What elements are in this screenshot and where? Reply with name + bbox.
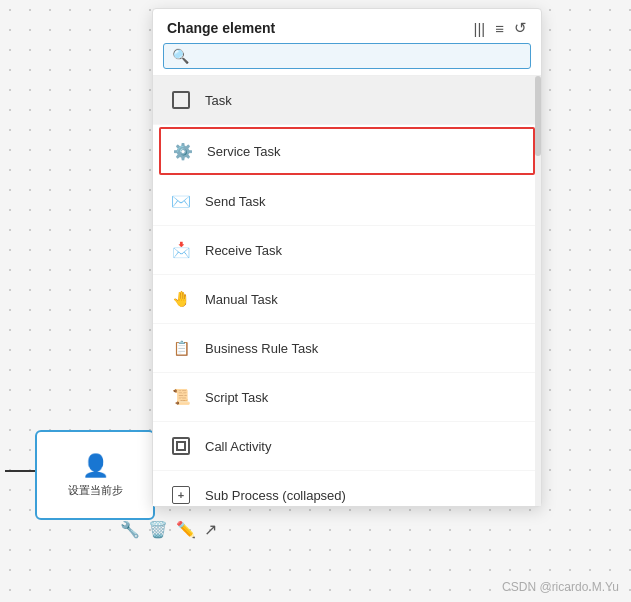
bpmn-task-node[interactable]: 👤 设置当前步 <box>35 430 155 520</box>
change-element-panel: Change element ||| ≡ ↺ 🔍 Task ⚙️ Service… <box>152 8 542 507</box>
wrench-icon[interactable]: 🔧 <box>120 520 140 539</box>
manual-task-label: Manual Task <box>205 292 278 307</box>
menu-item-call-activity[interactable]: Call Activity <box>153 422 541 471</box>
menu-item-manual-task[interactable]: 🤚 Manual Task <box>153 275 541 324</box>
manual-task-icon: 🤚 <box>167 285 195 313</box>
search-input[interactable] <box>195 49 522 64</box>
call-activity-icon <box>167 432 195 460</box>
menu-icon[interactable]: ≡ <box>495 20 504 37</box>
edit-icon[interactable]: ✏️ <box>176 520 196 539</box>
reset-icon[interactable]: ↺ <box>514 19 527 37</box>
sub-process-icon: + <box>167 481 195 506</box>
search-box[interactable]: 🔍 <box>163 43 531 69</box>
menu-item-send-task[interactable]: ✉️ Send Task <box>153 177 541 226</box>
send-task-label: Send Task <box>205 194 265 209</box>
arrow-line <box>5 470 35 472</box>
business-rule-task-label: Business Rule Task <box>205 341 318 356</box>
menu-item-business-rule-task[interactable]: 📋 Business Rule Task <box>153 324 541 373</box>
watermark: CSDN @ricardo.M.Yu <box>502 580 619 594</box>
task-icon <box>167 86 195 114</box>
receive-task-icon: 📩 <box>167 236 195 264</box>
menu-item-receive-task[interactable]: 📩 Receive Task <box>153 226 541 275</box>
arrow-icon[interactable]: ↗ <box>204 520 217 539</box>
script-task-icon: 📜 <box>167 383 195 411</box>
panel-header-icons: ||| ≡ ↺ <box>474 19 527 37</box>
menu-item-sub-process[interactable]: + Sub Process (collapsed) <box>153 471 541 506</box>
bpmn-node-icon: 👤 <box>82 453 109 479</box>
call-activity-label: Call Activity <box>205 439 271 454</box>
menu-item-script-task[interactable]: 📜 Script Task <box>153 373 541 422</box>
bpmn-toolbar: 🔧 🗑️ ✏️ ↗ <box>120 520 217 539</box>
scrollbar[interactable] <box>535 76 541 506</box>
receive-task-label: Receive Task <box>205 243 282 258</box>
menu-list: Task ⚙️ Service Task ✉️ Send Task 📩 Rece… <box>153 76 541 506</box>
send-task-icon: ✉️ <box>167 187 195 215</box>
scrollbar-thumb[interactable] <box>535 76 541 156</box>
menu-item-service-task[interactable]: ⚙️ Service Task <box>159 127 535 175</box>
panel-header: Change element ||| ≡ ↺ <box>153 9 541 43</box>
task-label: Task <box>205 93 232 108</box>
search-icon: 🔍 <box>172 48 189 64</box>
columns-icon[interactable]: ||| <box>474 20 486 37</box>
sub-process-label: Sub Process (collapsed) <box>205 488 346 503</box>
delete-icon[interactable]: 🗑️ <box>148 520 168 539</box>
menu-item-task[interactable]: Task <box>153 76 541 125</box>
business-rule-task-icon: 📋 <box>167 334 195 362</box>
panel-title: Change element <box>167 20 275 36</box>
service-task-label: Service Task <box>207 144 280 159</box>
service-task-icon: ⚙️ <box>169 137 197 165</box>
script-task-label: Script Task <box>205 390 268 405</box>
bpmn-node-label: 设置当前步 <box>68 483 123 498</box>
